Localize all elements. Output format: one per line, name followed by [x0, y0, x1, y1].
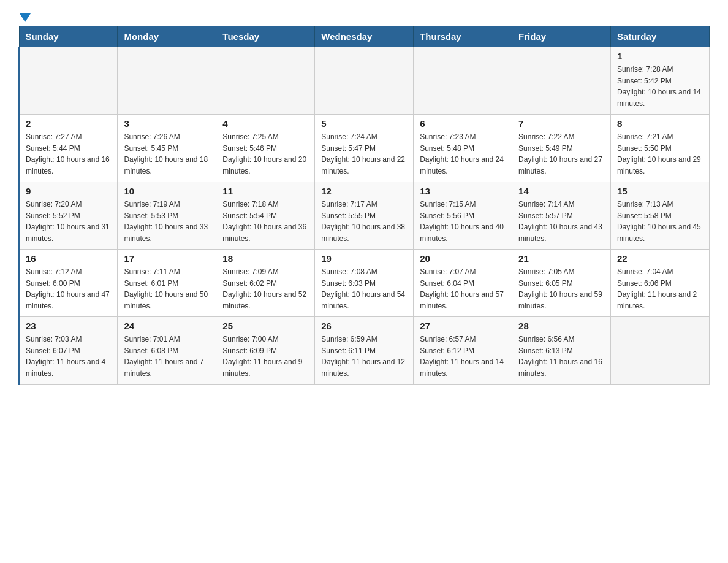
calendar-cell: 17Sunrise: 7:11 AMSunset: 6:01 PMDayligh… [118, 250, 216, 317]
calendar-cell: 27Sunrise: 6:57 AMSunset: 6:12 PMDayligh… [414, 317, 512, 385]
day-number: 25 [222, 321, 308, 331]
calendar-cell: 13Sunrise: 7:15 AMSunset: 5:56 PMDayligh… [414, 182, 512, 250]
calendar-cell: 14Sunrise: 7:14 AMSunset: 5:57 PMDayligh… [512, 182, 611, 250]
calendar-cell [414, 47, 512, 115]
day-number: 26 [321, 321, 407, 331]
day-number: 19 [321, 253, 407, 264]
svg-marker-0 [20, 13, 31, 22]
calendar-cell [315, 47, 414, 115]
calendar-cell: 5Sunrise: 7:24 AMSunset: 5:47 PMDaylight… [315, 115, 414, 182]
day-info: Sunrise: 7:22 AMSunset: 5:49 PMDaylight:… [518, 131, 604, 177]
day-info: Sunrise: 7:15 AMSunset: 5:56 PMDaylight:… [420, 199, 506, 244]
calendar-cell: 8Sunrise: 7:21 AMSunset: 5:50 PMDaylight… [611, 115, 710, 182]
day-number: 24 [124, 321, 210, 331]
calendar-cell [512, 47, 611, 115]
day-number: 3 [124, 118, 210, 129]
calendar-cell: 3Sunrise: 7:26 AMSunset: 5:45 PMDaylight… [118, 115, 216, 182]
calendar-table: SundayMondayTuesdayWednesdayThursdayFrid… [18, 26, 710, 385]
day-info: Sunrise: 7:13 AMSunset: 5:58 PMDaylight:… [617, 199, 703, 244]
calendar-cell: 22Sunrise: 7:04 AMSunset: 6:06 PMDayligh… [611, 250, 710, 317]
day-number: 27 [420, 321, 506, 331]
day-number: 23 [26, 321, 111, 331]
calendar-cell [216, 47, 315, 115]
day-info: Sunrise: 7:12 AMSunset: 6:00 PMDaylight:… [26, 266, 111, 312]
calendar-cell: 16Sunrise: 7:12 AMSunset: 6:00 PMDayligh… [19, 250, 118, 317]
day-number: 22 [617, 253, 703, 264]
day-number: 15 [617, 186, 703, 196]
day-number: 18 [222, 253, 308, 264]
day-number: 17 [124, 253, 210, 264]
column-header-sunday: Sunday [19, 26, 118, 47]
day-info: Sunrise: 7:09 AMSunset: 6:02 PMDaylight:… [222, 266, 308, 312]
calendar-cell: 28Sunrise: 6:56 AMSunset: 6:13 PMDayligh… [512, 317, 611, 385]
day-number: 9 [26, 186, 111, 196]
day-number: 5 [321, 118, 407, 129]
day-info: Sunrise: 7:24 AMSunset: 5:47 PMDaylight:… [321, 131, 407, 177]
day-number: 6 [420, 118, 506, 129]
day-info: Sunrise: 7:11 AMSunset: 6:01 PMDaylight:… [124, 266, 210, 312]
calendar-cell: 15Sunrise: 7:13 AMSunset: 5:58 PMDayligh… [611, 182, 710, 250]
day-info: Sunrise: 7:19 AMSunset: 5:53 PMDaylight:… [124, 199, 210, 244]
day-info: Sunrise: 7:18 AMSunset: 5:54 PMDaylight:… [222, 199, 308, 244]
calendar-cell: 19Sunrise: 7:08 AMSunset: 6:03 PMDayligh… [315, 250, 414, 317]
column-header-wednesday: Wednesday [315, 26, 414, 47]
calendar-cell: 7Sunrise: 7:22 AMSunset: 5:49 PMDaylight… [512, 115, 611, 182]
day-info: Sunrise: 7:20 AMSunset: 5:52 PMDaylight:… [26, 199, 111, 244]
day-number: 7 [518, 118, 604, 129]
day-info: Sunrise: 7:14 AMSunset: 5:57 PMDaylight:… [518, 199, 604, 244]
calendar-cell: 26Sunrise: 6:59 AMSunset: 6:11 PMDayligh… [315, 317, 414, 385]
calendar-cell: 10Sunrise: 7:19 AMSunset: 5:53 PMDayligh… [118, 182, 216, 250]
calendar-cell: 6Sunrise: 7:23 AMSunset: 5:48 PMDaylight… [414, 115, 512, 182]
calendar-cell: 9Sunrise: 7:20 AMSunset: 5:52 PMDaylight… [19, 182, 118, 250]
day-info: Sunrise: 6:57 AMSunset: 6:12 PMDaylight:… [420, 334, 506, 379]
calendar-cell: 11Sunrise: 7:18 AMSunset: 5:54 PMDayligh… [216, 182, 315, 250]
day-number: 4 [222, 118, 308, 129]
calendar-week-row: 23Sunrise: 7:03 AMSunset: 6:07 PMDayligh… [19, 317, 710, 385]
day-info: Sunrise: 7:21 AMSunset: 5:50 PMDaylight:… [617, 131, 703, 177]
day-number: 20 [420, 253, 506, 264]
day-info: Sunrise: 7:27 AMSunset: 5:44 PMDaylight:… [26, 131, 111, 177]
calendar-cell: 23Sunrise: 7:03 AMSunset: 6:07 PMDayligh… [19, 317, 118, 385]
calendar-week-row: 1Sunrise: 7:28 AMSunset: 5:42 PMDaylight… [19, 47, 710, 115]
calendar-header-row: SundayMondayTuesdayWednesdayThursdayFrid… [19, 26, 710, 47]
calendar-cell: 2Sunrise: 7:27 AMSunset: 5:44 PMDaylight… [19, 115, 118, 182]
column-header-saturday: Saturday [611, 26, 710, 47]
calendar-week-row: 2Sunrise: 7:27 AMSunset: 5:44 PMDaylight… [19, 115, 710, 182]
day-number: 10 [124, 186, 210, 196]
day-number: 14 [518, 186, 604, 196]
day-number: 28 [518, 321, 604, 331]
day-number: 11 [222, 186, 308, 196]
day-number: 2 [26, 118, 111, 129]
day-info: Sunrise: 7:23 AMSunset: 5:48 PMDaylight:… [420, 131, 506, 177]
day-number: 21 [518, 253, 604, 264]
calendar-cell [611, 317, 710, 385]
day-info: Sunrise: 6:56 AMSunset: 6:13 PMDaylight:… [518, 334, 604, 379]
calendar-week-row: 16Sunrise: 7:12 AMSunset: 6:00 PMDayligh… [19, 250, 710, 317]
day-number: 8 [617, 118, 703, 129]
day-number: 16 [26, 253, 111, 264]
column-header-monday: Monday [118, 26, 216, 47]
calendar-cell: 25Sunrise: 7:00 AMSunset: 6:09 PMDayligh… [216, 317, 315, 385]
column-header-thursday: Thursday [414, 26, 512, 47]
calendar-cell [19, 47, 118, 115]
day-info: Sunrise: 7:08 AMSunset: 6:03 PMDaylight:… [321, 266, 407, 312]
calendar-cell: 12Sunrise: 7:17 AMSunset: 5:55 PMDayligh… [315, 182, 414, 250]
day-info: Sunrise: 7:26 AMSunset: 5:45 PMDaylight:… [124, 131, 210, 177]
logo-triangle-icon [20, 13, 31, 22]
day-info: Sunrise: 7:03 AMSunset: 6:07 PMDaylight:… [26, 334, 111, 379]
day-info: Sunrise: 7:07 AMSunset: 6:04 PMDaylight:… [420, 266, 506, 312]
day-number: 1 [617, 51, 703, 61]
day-number: 12 [321, 186, 407, 196]
calendar-cell [118, 47, 216, 115]
day-info: Sunrise: 7:25 AMSunset: 5:46 PMDaylight:… [222, 131, 308, 177]
day-info: Sunrise: 7:05 AMSunset: 6:05 PMDaylight:… [518, 266, 604, 312]
day-info: Sunrise: 7:28 AMSunset: 5:42 PMDaylight:… [617, 64, 703, 109]
calendar-cell: 18Sunrise: 7:09 AMSunset: 6:02 PMDayligh… [216, 250, 315, 317]
calendar-week-row: 9Sunrise: 7:20 AMSunset: 5:52 PMDaylight… [19, 182, 710, 250]
calendar-cell: 20Sunrise: 7:07 AMSunset: 6:04 PMDayligh… [414, 250, 512, 317]
column-header-friday: Friday [512, 26, 611, 47]
calendar-cell: 21Sunrise: 7:05 AMSunset: 6:05 PMDayligh… [512, 250, 611, 317]
day-info: Sunrise: 6:59 AMSunset: 6:11 PMDaylight:… [321, 334, 407, 379]
day-info: Sunrise: 7:01 AMSunset: 6:08 PMDaylight:… [124, 334, 210, 379]
page-header [18, 12, 710, 20]
